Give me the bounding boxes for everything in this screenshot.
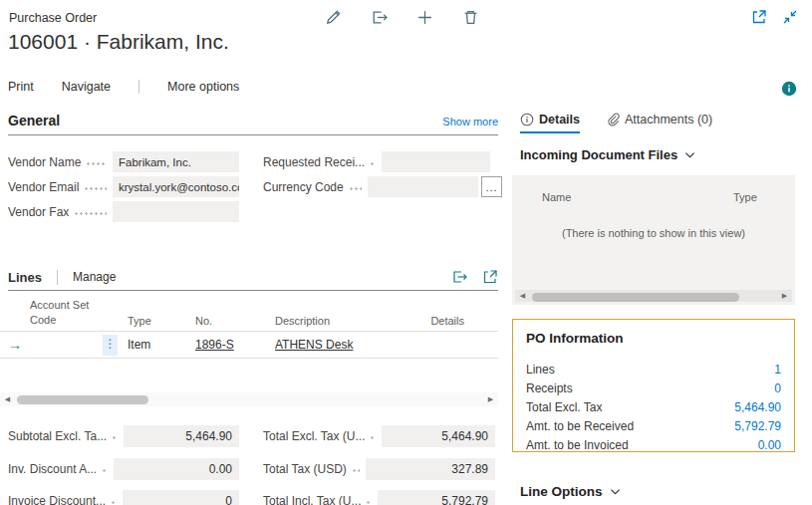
- share-icon[interactable]: [371, 9, 388, 26]
- current-row-arrow-icon: →: [0, 337, 30, 353]
- lines-horizontal-scrollbar[interactable]: ◀ ▶: [0, 392, 498, 406]
- empty-list-message: (There is nothing to show in this view): [512, 227, 795, 239]
- requested-receipt-input[interactable]: [382, 151, 490, 172]
- scroll-right-icon[interactable]: ▶: [777, 292, 792, 300]
- menu-bar: Print Navigate More options: [8, 80, 267, 94]
- edit-icon[interactable]: [325, 9, 342, 26]
- manage-menu[interactable]: Manage: [73, 270, 116, 284]
- menu-more-options[interactable]: More options: [167, 80, 239, 94]
- total-tax-row: Total Tax (USD) 327.89: [263, 458, 495, 479]
- open-in-new-window-icon[interactable]: [482, 269, 498, 285]
- share-icon[interactable]: [451, 269, 467, 285]
- factbox-tabs: Details Attachments (0): [510, 106, 812, 133]
- collapse-icon[interactable]: [782, 9, 798, 25]
- scrollbar-thumb[interactable]: [532, 293, 739, 302]
- po-amt-to-be-received-value[interactable]: 5,792.79: [734, 419, 781, 433]
- vendor-email-label: Vendor Email: [8, 180, 79, 194]
- tab-details-label: Details: [539, 113, 580, 126]
- total-incl-tax-row: Total Incl. Tax (U... 5,792.79: [263, 490, 495, 505]
- scroll-right-icon[interactable]: ▶: [483, 395, 498, 403]
- subtotal-excl-tax-label: Subtotal Excl. Ta...: [8, 429, 107, 443]
- column-type[interactable]: Type: [118, 315, 185, 327]
- vendor-email-input[interactable]: krystal.york@contoso.com: [113, 176, 239, 197]
- dot-leader: [84, 187, 107, 190]
- dot-leader: [370, 162, 376, 165]
- account-set-code-cell[interactable]: ⋮: [30, 335, 118, 356]
- menu-navigate[interactable]: Navigate: [62, 80, 111, 94]
- incoming-files-scrollbar[interactable]: ◀ ▶: [515, 290, 792, 302]
- invoice-discount-pct-label: Invoice Discount...: [8, 494, 106, 505]
- inv-discount-value[interactable]: 0.00: [114, 458, 239, 480]
- scrollbar-thumb[interactable]: [17, 395, 148, 404]
- type-cell[interactable]: Item: [118, 338, 185, 352]
- menu-print[interactable]: Print: [8, 80, 34, 94]
- invoice-discount-pct-row: Invoice Discount... 0: [8, 490, 239, 505]
- general-heading: General: [8, 113, 60, 128]
- paperclip-icon: [606, 113, 620, 126]
- menu-divider: [138, 80, 139, 94]
- currency-code-label: Currency Code: [263, 180, 344, 194]
- po-info-row: Amt. to be Received 5,792.79: [526, 416, 781, 435]
- vendor-name-input[interactable]: Fabrikam, Inc.: [113, 151, 239, 172]
- incoming-files-list: Name Type (There is nothing to show in t…: [512, 175, 795, 305]
- popout-icon[interactable]: [751, 9, 767, 25]
- info-icon[interactable]: [781, 81, 797, 97]
- column-details[interactable]: Details: [428, 315, 498, 327]
- chevron-down-icon: [610, 488, 621, 496]
- requested-receipt-field-row: Requested Recei...: [263, 151, 490, 172]
- show-more-link[interactable]: Show more: [442, 116, 498, 127]
- description-link[interactable]: ATHENS Desk: [275, 338, 353, 352]
- page-type-caption: Purchase Order: [9, 11, 97, 25]
- tab-attachments[interactable]: Attachments (0): [606, 113, 712, 133]
- description-cell[interactable]: ATHENS Desk: [265, 338, 428, 352]
- currency-assist-edit-button[interactable]: ...: [481, 176, 502, 197]
- delete-icon[interactable]: [462, 9, 479, 26]
- total-tax-label: Total Tax (USD): [263, 462, 347, 476]
- no-cell[interactable]: 1896-S: [185, 338, 265, 352]
- column-account-set-code[interactable]: Account Set Code: [30, 298, 118, 327]
- column-description[interactable]: Description: [265, 315, 428, 327]
- lines-section-header: Lines Manage: [8, 264, 498, 291]
- po-lines-label: Lines: [526, 363, 555, 377]
- incoming-files-name-column[interactable]: Name: [542, 191, 571, 203]
- po-amt-to-be-received-label: Amt. to be Received: [526, 419, 634, 433]
- scroll-left-icon[interactable]: ◀: [515, 292, 530, 300]
- lines-heading[interactable]: Lines: [8, 270, 42, 285]
- po-info-row: Total Excl. Tax 5,464.90: [526, 397, 781, 416]
- tab-details[interactable]: Details: [520, 113, 580, 133]
- po-total-excl-tax-label: Total Excl. Tax: [526, 400, 602, 414]
- vendor-fax-input[interactable]: [113, 201, 239, 222]
- incoming-document-files-heading[interactable]: Incoming Document Files: [520, 147, 695, 162]
- dot-leader: [349, 187, 362, 190]
- scroll-left-icon[interactable]: ◀: [0, 395, 15, 403]
- details-info-icon: [520, 113, 534, 126]
- table-row[interactable]: → ⋮ Item 1896-S ATHENS Desk: [0, 332, 498, 359]
- scrollbar-track[interactable]: [15, 392, 483, 406]
- row-options-menu-icon[interactable]: ⋮: [103, 335, 118, 356]
- line-options-heading[interactable]: Line Options: [520, 484, 621, 499]
- dot-leader: [102, 469, 108, 472]
- vendor-email-field-row: Vendor Email krystal.york@contoso.com: [8, 176, 239, 197]
- currency-code-field-row: Currency Code ...: [263, 176, 502, 197]
- po-lines-value[interactable]: 1: [774, 363, 781, 377]
- total-tax-value: 327.89: [366, 458, 495, 480]
- column-no[interactable]: No.: [185, 315, 265, 327]
- po-total-excl-tax-value[interactable]: 5,464.90: [734, 400, 781, 414]
- incoming-files-type-column[interactable]: Type: [733, 191, 757, 203]
- total-incl-tax-value: 5,792.79: [378, 490, 495, 505]
- requested-receipt-label: Requested Recei...: [263, 155, 365, 169]
- scrollbar-track[interactable]: [530, 290, 777, 302]
- inv-discount-row: Inv. Discount A... 0.00: [8, 458, 239, 479]
- window-controls: [751, 9, 798, 25]
- total-excl-tax-value: 5,464.90: [382, 425, 495, 447]
- add-icon[interactable]: [416, 9, 433, 26]
- po-information-factbox: PO Information Lines 1 Receipts 0 Total …: [512, 319, 795, 452]
- item-no-link[interactable]: 1896-S: [195, 338, 234, 352]
- invoice-discount-pct-value[interactable]: 0: [123, 490, 239, 505]
- po-info-row: Amt. to be Invoiced 0.00: [526, 435, 781, 454]
- po-amt-to-be-invoiced-value[interactable]: 0.00: [758, 438, 781, 452]
- po-receipts-value[interactable]: 0: [774, 381, 781, 395]
- dot-leader: [111, 501, 117, 504]
- page-title: 106001 · Fabrikam, Inc.: [8, 30, 229, 54]
- currency-code-input[interactable]: [368, 176, 478, 197]
